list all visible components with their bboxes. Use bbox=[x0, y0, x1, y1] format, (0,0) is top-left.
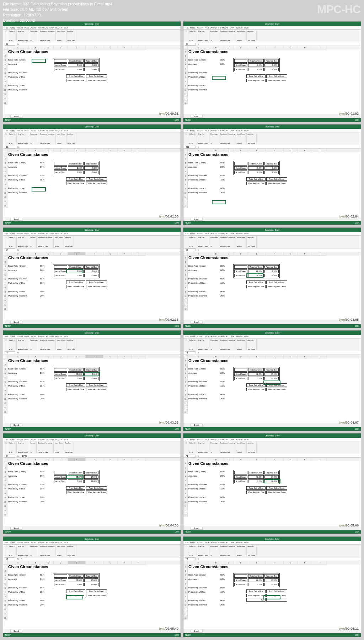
video-thumbnail-9[interactable]: Calculating - ExcelFILEHOMEINSERTPAGE LA… bbox=[183, 433, 361, 534]
name-box[interactable]: E8 bbox=[5, 557, 15, 560]
ribbon-tab[interactable]: FILE bbox=[185, 439, 189, 441]
fx-icon[interactable]: fx bbox=[198, 455, 199, 457]
ribbon-tab[interactable]: PAGE LAYOUT bbox=[205, 335, 217, 337]
ribbon-tab[interactable]: PAGE LAYOUT bbox=[25, 335, 37, 337]
ribbon-tab[interactable]: FILE bbox=[185, 232, 189, 235]
worksheet[interactable]: ABCDEFGHI12345678910111213Given Circumst… bbox=[183, 355, 361, 423]
ribbon-tab[interactable]: REVIEW bbox=[55, 439, 63, 441]
ribbon-tab[interactable]: PAGE LAYOUT bbox=[205, 439, 217, 441]
sheet-tab[interactable]: Sheet1 bbox=[191, 115, 203, 118]
ribbon-tab[interactable]: FILE bbox=[5, 27, 9, 29]
ribbon-tab[interactable]: REVIEW bbox=[236, 27, 243, 29]
fx-icon[interactable]: fx bbox=[198, 352, 199, 354]
ribbon-tab[interactable]: HOME bbox=[10, 27, 15, 29]
fx-icon[interactable]: fx bbox=[17, 455, 19, 457]
ribbon-tab[interactable]: DATA bbox=[230, 439, 234, 441]
ribbon-tab[interactable]: FILE bbox=[5, 439, 9, 441]
cells-area[interactable]: Given CircumstancesBase Rate (Green)Accu… bbox=[7, 256, 181, 311]
ribbon-tab[interactable]: FILE bbox=[5, 335, 9, 337]
ribbon-tab[interactable]: INSERT bbox=[17, 130, 23, 132]
ribbon-tab[interactable]: FORMULAS bbox=[218, 439, 228, 441]
sheet-tab[interactable]: Sheet1 bbox=[10, 321, 22, 324]
ribbon-tab[interactable]: REVIEW bbox=[55, 27, 63, 29]
worksheet[interactable]: ABCDEFGHI12345678910111213Given Circumst… bbox=[3, 46, 181, 114]
ribbon-tab[interactable]: DATA bbox=[49, 541, 54, 544]
ribbon-tab[interactable]: VIEW bbox=[244, 27, 248, 29]
ribbon-tab[interactable]: HOME bbox=[10, 130, 15, 132]
ribbon-tab[interactable]: INSERT bbox=[17, 27, 23, 29]
ribbon-tab[interactable]: VIEW bbox=[64, 27, 68, 29]
name-box[interactable]: F5 bbox=[185, 455, 196, 457]
video-thumbnail-8[interactable]: Calculating - ExcelFILEHOMEINSERTPAGE LA… bbox=[3, 433, 181, 534]
sheet-tab[interactable]: Sheet1 bbox=[10, 630, 22, 633]
ribbon-tab[interactable]: FORMULAS bbox=[38, 232, 48, 235]
ribbon-tab[interactable]: REVIEW bbox=[236, 130, 243, 132]
ribbon-tab[interactable]: PAGE LAYOUT bbox=[205, 130, 217, 132]
ribbon-tab[interactable]: HOME bbox=[10, 335, 15, 337]
video-thumbnail-2[interactable]: Calculating - ExcelFILEHOMEINSERTPAGE LA… bbox=[3, 124, 181, 225]
ribbon-tab[interactable]: VIEW bbox=[244, 541, 248, 544]
ribbon-tab[interactable]: FORMULAS bbox=[38, 541, 48, 544]
ribbon-tab[interactable]: VIEW bbox=[64, 130, 68, 132]
sheet-tab[interactable]: Sheet1 bbox=[10, 115, 22, 118]
ribbon-tab[interactable]: FILE bbox=[185, 335, 189, 337]
formula-bar[interactable]: F8fx bbox=[183, 557, 361, 561]
ribbon-tab[interactable]: REVIEW bbox=[55, 335, 63, 337]
cells-area[interactable]: Given CircumstancesBase Rate (Green)Accu… bbox=[188, 565, 361, 620]
ribbon-tab[interactable]: HOME bbox=[10, 439, 15, 441]
ribbon-tab[interactable]: PAGE LAYOUT bbox=[25, 439, 37, 441]
video-thumbnail-4[interactable]: Calculating - ExcelFILEHOMEINSERTPAGE LA… bbox=[3, 227, 181, 328]
ribbon-tab[interactable]: FORMULAS bbox=[218, 335, 228, 337]
formula-input[interactable]: =B6*B9 bbox=[21, 455, 27, 457]
ribbon-tab[interactable]: FILE bbox=[185, 27, 189, 29]
worksheet[interactable]: ABCDEFGHI12345678910111213Given Circumst… bbox=[183, 252, 361, 320]
cells-area[interactable]: Given CircumstancesBase Rate (Green)Accu… bbox=[188, 358, 361, 414]
sheet-tab[interactable]: Sheet1 bbox=[191, 218, 203, 221]
ribbon-tab[interactable]: HOME bbox=[190, 232, 196, 235]
name-box[interactable]: B8 bbox=[5, 146, 15, 148]
ribbon-tab[interactable]: DATA bbox=[49, 130, 54, 132]
video-thumbnail-3[interactable]: Calculating - ExcelFILEHOMEINSERTPAGE LA… bbox=[183, 124, 361, 225]
ribbon-tab[interactable]: FORMULAS bbox=[218, 232, 228, 235]
name-box[interactable]: B6 bbox=[185, 43, 196, 46]
ribbon-tab[interactable]: FORMULAS bbox=[38, 27, 48, 29]
sheet-tab[interactable]: Sheet1 bbox=[191, 630, 203, 633]
fx-icon[interactable]: fx bbox=[17, 43, 19, 45]
worksheet[interactable]: ABCDEFGHI12345678910111213Given Circumst… bbox=[3, 561, 181, 629]
name-box[interactable]: E5 bbox=[185, 248, 196, 251]
ribbon-tab[interactable]: INSERT bbox=[197, 541, 203, 544]
fx-icon[interactable]: fx bbox=[17, 558, 19, 560]
sheet-tab[interactable]: Sheet1 bbox=[191, 424, 203, 426]
formula-bar[interactable]: E5fx bbox=[183, 248, 361, 252]
ribbon-tab[interactable]: FORMULAS bbox=[218, 541, 228, 544]
formula-bar[interactable]: F5fx bbox=[183, 454, 361, 458]
fx-icon[interactable]: fx bbox=[17, 249, 19, 251]
ribbon-tab[interactable]: FORMULAS bbox=[38, 130, 48, 132]
ribbon-tab[interactable]: INSERT bbox=[197, 232, 203, 235]
ribbon-tab[interactable]: INSERT bbox=[17, 232, 23, 235]
sheet-tab[interactable]: Sheet1 bbox=[10, 527, 22, 530]
cells-area[interactable]: Given CircumstancesBase Rate (Green)Accu… bbox=[188, 49, 361, 105]
ribbon-tab[interactable]: PAGE LAYOUT bbox=[25, 541, 37, 544]
ribbon-tab[interactable]: DATA bbox=[230, 541, 234, 544]
ribbon-tab[interactable]: FILE bbox=[185, 541, 189, 544]
ribbon-tab[interactable]: INSERT bbox=[197, 130, 203, 132]
worksheet[interactable]: ABCDEFGHI12345678910111213Given Circumst… bbox=[183, 149, 361, 217]
formula-input[interactable]: = bbox=[21, 558, 22, 560]
formula-bar[interactable]: F6fx bbox=[183, 351, 361, 355]
ribbon-tab[interactable]: HOME bbox=[190, 439, 196, 441]
video-thumbnail-1[interactable]: Calculating - ExcelFILEHOMEINSERTPAGE LA… bbox=[183, 21, 361, 122]
ribbon-tab[interactable]: REVIEW bbox=[236, 232, 243, 235]
ribbon-tab[interactable]: FORMULAS bbox=[218, 27, 228, 29]
ribbon-tab[interactable]: DATA bbox=[49, 232, 54, 235]
ribbon-tab[interactable]: FILE bbox=[5, 130, 9, 132]
ribbon-tab[interactable]: HOME bbox=[10, 541, 15, 544]
ribbon-tab[interactable]: FORMULAS bbox=[38, 439, 48, 441]
cells-area[interactable]: Given CircumstancesBase Rate (Green)Accu… bbox=[7, 49, 181, 105]
ribbon-tab[interactable]: HOME bbox=[10, 232, 15, 235]
name-box[interactable]: B3 bbox=[5, 43, 15, 46]
worksheet[interactable]: ABCDEFGHI12345678910111213Given Circumst… bbox=[183, 561, 361, 629]
ribbon-tab[interactable]: FILE bbox=[5, 541, 9, 544]
ribbon-tab[interactable]: FORMULAS bbox=[38, 335, 48, 337]
ribbon-tab[interactable]: VIEW bbox=[64, 439, 68, 441]
